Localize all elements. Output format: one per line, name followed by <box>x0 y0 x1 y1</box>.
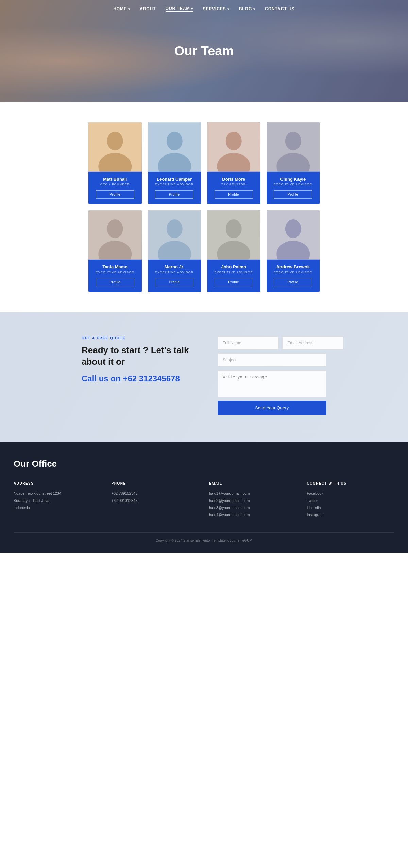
nav-home[interactable]: HOME <box>113 6 130 11</box>
member-photo <box>267 122 320 172</box>
member-photo <box>88 210 142 260</box>
footer-col-text: Ngagel rejo kidul street 1234 <box>14 490 101 497</box>
submit-button[interactable]: Send Your Query <box>218 401 326 415</box>
team-card-body: Andrew BrewokEXECUTIVE ADVISORProfile <box>267 260 320 292</box>
footer-social-link[interactable]: Linkedin <box>307 504 395 511</box>
footer-social-link[interactable]: Twitter <box>307 497 395 504</box>
footer-office-title: Our Office <box>14 459 394 469</box>
profile-button[interactable]: Profile <box>274 278 312 286</box>
quote-heading: Ready to start ? Let's talk about it or <box>82 345 197 368</box>
profile-button[interactable]: Profile <box>215 278 253 286</box>
footer-col-text: halo2@yourdomain.com <box>209 497 297 504</box>
nav-contact[interactable]: CONTACT US <box>265 6 295 11</box>
nav-blog[interactable]: BLOG <box>239 6 255 11</box>
email-input[interactable] <box>282 336 343 350</box>
team-card-body: Tania MamoEXECUTIVE ADVISORProfile <box>88 260 142 292</box>
member-photo <box>88 122 142 172</box>
footer-col-text: halo3@yourdomain.com <box>209 504 297 511</box>
nav-about[interactable]: ABOUT <box>140 6 156 11</box>
team-card: Ching KayleEXECUTIVE ADVISORProfile <box>267 122 320 204</box>
member-photo <box>148 210 201 260</box>
team-card-body: Matt BunaliCEO / FOUNDERProfile <box>88 172 142 204</box>
member-role: CEO / FOUNDER <box>100 183 130 186</box>
footer-col-text: Surabaya - East Java <box>14 497 101 504</box>
footer-col-text: Indonesia <box>14 504 101 511</box>
footer-col: EMAILhalo1@yourdomain.comhalo2@yourdomai… <box>209 481 297 519</box>
footer-col-text: +62 789102345 <box>112 490 199 497</box>
footer-social-link[interactable]: Instagram <box>307 511 395 519</box>
footer-col: PHONE+62 789102345+62 901012345 <box>112 481 199 519</box>
quote-phone-label: Call us on +62 312345678 <box>82 374 197 383</box>
member-name: Tania Mamo <box>102 264 128 269</box>
profile-button[interactable]: Profile <box>274 190 312 199</box>
svg-point-16 <box>166 219 182 238</box>
member-name: Leonard Camper <box>157 177 192 182</box>
quote-section: GET A FREE QUOTE Ready to start ? Let's … <box>0 312 408 442</box>
profile-button[interactable]: Profile <box>96 278 134 286</box>
footer-columns: ADDRESSNgagel rejo kidul street 1234Sura… <box>14 481 394 519</box>
team-card-body: Leonard CamperEXECUTIVE ADVISORProfile <box>148 172 201 204</box>
footer-social-link[interactable]: Facebook <box>307 490 395 497</box>
footer-col-text: halo4@yourdomain.com <box>209 511 297 519</box>
team-card-body: Ching KayleEXECUTIVE ADVISORProfile <box>267 172 320 204</box>
quote-left: GET A FREE QUOTE Ready to start ? Let's … <box>82 336 197 383</box>
member-photo <box>148 122 201 172</box>
message-textarea[interactable] <box>218 370 326 397</box>
subject-input[interactable] <box>218 353 326 367</box>
team-card: Matt BunaliCEO / FOUNDERProfile <box>88 122 142 204</box>
member-photo <box>267 210 320 260</box>
svg-point-22 <box>285 219 301 238</box>
svg-point-4 <box>166 132 182 150</box>
member-role: EXECUTIVE ADVISOR <box>214 271 253 274</box>
svg-point-1 <box>107 132 123 150</box>
footer-col-title: PHONE <box>112 481 199 485</box>
profile-button[interactable]: Profile <box>155 278 193 286</box>
svg-point-7 <box>226 132 242 150</box>
svg-point-13 <box>107 219 123 238</box>
team-card-body: John PaimoEXECUTIVE ADVISORProfile <box>207 260 260 292</box>
form-row-top <box>218 336 326 350</box>
team-card: Leonard CamperEXECUTIVE ADVISORProfile <box>148 122 201 204</box>
footer-col-title: ADDRESS <box>14 481 101 485</box>
profile-button[interactable]: Profile <box>215 190 253 199</box>
member-role: EXECUTIVE ADVISOR <box>155 271 194 274</box>
member-name: Marno Jr. <box>165 264 184 269</box>
team-section: Matt BunaliCEO / FOUNDERProfile Leonard … <box>75 102 333 312</box>
member-photo <box>207 210 260 260</box>
member-role: EXECUTIVE ADVISOR <box>274 271 312 274</box>
team-card-body: Doris MoreTAX ADVISORProfile <box>207 172 260 204</box>
team-card: Doris MoreTAX ADVISORProfile <box>207 122 260 204</box>
footer-col-title: CONNECT WITH US <box>307 481 395 485</box>
team-card: John PaimoEXECUTIVE ADVISORProfile <box>207 210 260 292</box>
hero-title: Our Team <box>174 44 234 59</box>
member-name: John Paimo <box>221 264 246 269</box>
profile-button[interactable]: Profile <box>96 190 134 199</box>
svg-point-10 <box>285 132 301 150</box>
footer-col-text: halo1@yourdomain.com <box>209 490 297 497</box>
member-name: Doris More <box>222 177 245 182</box>
footer-col: CONNECT WITH USFacebookTwitterLinkedinIn… <box>307 481 395 519</box>
team-card: Tania MamoEXECUTIVE ADVISORProfile <box>88 210 142 292</box>
footer-col-title: EMAIL <box>209 481 297 485</box>
team-card: Marno Jr.EXECUTIVE ADVISORProfile <box>148 210 201 292</box>
member-role: EXECUTIVE ADVISOR <box>274 183 312 186</box>
member-role: EXECUTIVE ADVISOR <box>155 183 194 186</box>
navigation: HOME ABOUT OUR TEAM SERVICES BLOG CONTAC… <box>0 0 408 18</box>
footer-copyright: Copyright © 2024 Startsik Elementor Temp… <box>14 532 394 542</box>
member-name: Andrew Brewok <box>276 264 310 269</box>
member-name: Ching Kayle <box>280 177 306 182</box>
quote-phone-number: +62 312345678 <box>123 374 180 383</box>
footer: Our Office ADDRESSNgagel rejo kidul stre… <box>0 442 408 553</box>
footer-col-text: +62 901012345 <box>112 497 199 504</box>
full-name-input[interactable] <box>218 336 279 350</box>
team-card-body: Marno Jr.EXECUTIVE ADVISORProfile <box>148 260 201 292</box>
member-name: Matt Bunali <box>103 177 127 182</box>
member-role: EXECUTIVE ADVISOR <box>96 271 134 274</box>
nav-our-team[interactable]: OUR TEAM <box>166 6 193 12</box>
member-photo <box>207 122 260 172</box>
team-grid-row1: Matt BunaliCEO / FOUNDERProfile Leonard … <box>88 122 320 204</box>
team-grid-row2: Tania MamoEXECUTIVE ADVISORProfile Marno… <box>88 210 320 292</box>
quote-form: Send Your Query <box>218 336 326 415</box>
nav-services[interactable]: SERVICES <box>203 6 229 11</box>
profile-button[interactable]: Profile <box>155 190 193 199</box>
